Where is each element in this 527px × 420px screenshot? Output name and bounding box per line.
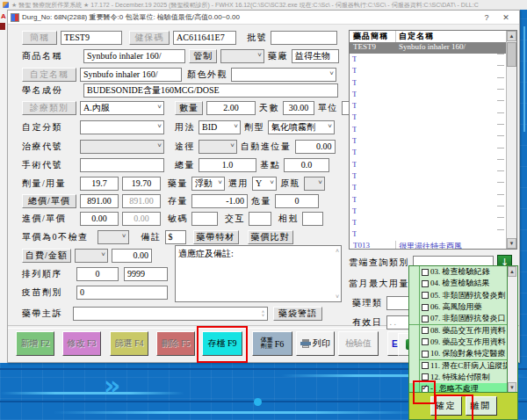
stock-input[interactable]: -1.00: [191, 194, 248, 208]
remark-input[interactable]: $: [165, 230, 186, 244]
filter-button[interactable]: 篩選 F4: [110, 331, 148, 356]
dose-form-select[interactable]: 氣化噴霧劑: [268, 120, 335, 134]
quantity-input[interactable]: 2.00: [206, 101, 256, 115]
appearance-label: 顏色外觀: [187, 69, 227, 81]
original-bottle-select[interactable]: [304, 177, 325, 191]
sort-order-input-2[interactable]: 9999: [124, 267, 168, 281]
checkbox-icon[interactable]: [422, 338, 429, 345]
controlled-select[interactable]: [220, 49, 264, 63]
manufacturer-input[interactable]: 益得生物: [292, 49, 339, 63]
visit-type-select[interactable]: A.內服: [80, 101, 164, 115]
popup-item[interactable]: 06. 高風險用藥: [409, 301, 507, 314]
close-icon[interactable]: ✕: [496, 13, 516, 22]
screen: » ★ 醫聖 醫療院所作業系統 ★ 17.172 - December.19 2…: [0, 0, 527, 420]
drug-list-scrollbar[interactable]: ▲ ▼: [506, 31, 516, 249]
header-custom-name: 自定名稱: [399, 31, 434, 42]
spinner-icon[interactable]: ˄˅: [262, 310, 264, 317]
delete-button[interactable]: 刪除 F5: [156, 331, 195, 356]
custom-name-input[interactable]: Synbufo inhaler 160/: [80, 68, 182, 82]
treatment-code-label: 治療代號: [22, 141, 76, 153]
usage-select[interactable]: BID: [199, 120, 241, 134]
popup-item[interactable]: 04. 檢查檢驗結果: [409, 278, 507, 290]
checkbox-icon[interactable]: [422, 327, 429, 334]
auto-carry-label: 自動進位量: [241, 141, 292, 153]
days-label: 天數: [259, 102, 279, 114]
surgery-code-input[interactable]: [80, 158, 164, 172]
sort-order-input-1[interactable]: 0: [76, 267, 119, 281]
popup-item[interactable]: 03. 檢查檢驗紀錄: [409, 266, 507, 279]
drug-list-selected-row[interactable]: TEST9 Synbufo inhaler 160/: [350, 42, 506, 54]
base-point-label: 基點: [260, 159, 280, 171]
popup-scroll-up-icon[interactable]: ▲: [508, 266, 516, 277]
bag-complaint-input[interactable]: ˄˅: [73, 307, 268, 321]
nhi-code-input[interactable]: AC611641E7: [173, 31, 236, 45]
help-button[interactable]: ?: [477, 13, 496, 22]
scroll-up-icon[interactable]: ▲: [507, 31, 516, 41]
drug-amount-label: 藥量: [168, 177, 188, 190]
apply-select[interactable]: Y: [252, 177, 277, 191]
incompatible-input[interactable]: [302, 212, 323, 226]
checkbox-icon[interactable]: [422, 280, 429, 287]
checkbox-icon[interactable]: [422, 362, 429, 369]
checkbox-icon[interactable]: [422, 351, 429, 358]
indications-textarea[interactable]: 適應症及備註: ˄ ˅: [175, 245, 342, 302]
custom-class-select[interactable]: [80, 120, 164, 134]
controlled-label[interactable]: 管制: [189, 49, 217, 63]
scroll-thumb[interactable]: [507, 42, 516, 67]
self-pay-select[interactable]: [75, 249, 108, 263]
custom-class-label: 自定分類: [22, 121, 76, 134]
textarea-scroll-up-icon[interactable]: ˄: [336, 248, 339, 254]
total-price-input-1[interactable]: 891.00: [80, 194, 119, 208]
product-name-input[interactable]: Synbufo inhaler 160/: [83, 49, 185, 63]
total-amount-input[interactable]: 1.0: [199, 158, 256, 172]
bag-material-button[interactable]: 藥帶特材: [193, 230, 239, 244]
checkbox-icon[interactable]: [422, 304, 429, 311]
checkbox-icon[interactable]: [422, 292, 429, 299]
textarea-scroll-down-icon[interactable]: ˅: [336, 293, 339, 300]
popup-scrollbar[interactable]: ▲ ▼: [507, 266, 517, 393]
zero-price-check-select[interactable]: [97, 230, 129, 244]
weight-dose-button[interactable]: 体重 劑量 F6: [252, 331, 292, 356]
checkbox-icon[interactable]: [422, 269, 429, 276]
route-select[interactable]: [199, 140, 237, 154]
scroll-down-icon[interactable]: ▼: [507, 238, 516, 249]
auto-carry-input[interactable]: 0.00: [295, 140, 336, 154]
white-overlay: [357, 54, 501, 241]
treatment-code-select[interactable]: [80, 140, 164, 154]
generic-input[interactable]: BUDESONIDE含量160MCG/DOSE: [83, 83, 338, 98]
base-point-input[interactable]: 0.0: [284, 158, 329, 172]
danger-qty-input[interactable]: 0: [275, 194, 319, 208]
abbrev-input[interactable]: TEST9: [61, 31, 122, 45]
vaccine-type-input[interactable]: 0: [76, 286, 168, 300]
drug-list-last-row[interactable]: T013 很里湯往特圭酉風: [350, 241, 506, 250]
appearance-select[interactable]: [231, 68, 336, 82]
modify-button[interactable]: 修改 F3: [62, 331, 101, 356]
price-compare-button[interactable]: 藥價比對: [248, 230, 293, 244]
bag-warning-button[interactable]: 藥袋警語: [273, 307, 322, 321]
popup-item[interactable]: 09. 藥品交互作用資料: [409, 337, 507, 349]
popup-item[interactable]: 07. 非類固醇抗發炎口: [409, 313, 507, 325]
print-button[interactable]: 列印: [296, 331, 335, 356]
dose-form-label: 劑型: [244, 121, 264, 134]
popup-item[interactable]: 08. 藥品交互作用資料: [409, 325, 507, 337]
add-button[interactable]: 新增 F2: [16, 331, 54, 356]
days-input[interactable]: 30.00: [283, 101, 314, 115]
wallpaper-chevron: »: [104, 373, 120, 399]
purchase-price-input-1[interactable]: 0.00: [80, 212, 119, 226]
dose-input-1[interactable]: 19.7: [80, 177, 119, 191]
interaction-input[interactable]: [249, 212, 271, 226]
drug-amount-select[interactable]: 浮動: [191, 177, 225, 191]
popup-item[interactable]: 11. 潛在C肝病人追蹤提: [409, 359, 507, 372]
allergy-code-input[interactable]: [191, 212, 218, 226]
indications-text: 適應症及備註:: [178, 249, 234, 258]
self-pay-input[interactable]: 0.00: [112, 249, 152, 263]
batch-no-input[interactable]: [271, 31, 337, 45]
popup-item[interactable]: 10. 保險對象特定醫療: [409, 348, 507, 360]
dialog-titlebar[interactable]: Durg_No: 68N(2288) 重要醫令:0 包裝單位: 檢驗值最低/高值…: [8, 11, 519, 25]
lab-value-button[interactable]: 檢驗值: [338, 331, 379, 356]
wallpaper-glow: [53, 411, 422, 414]
self-pay-label: 自費/金額: [22, 249, 71, 263]
dose-input-2[interactable]: 19.70: [122, 177, 161, 191]
popup-item[interactable]: 05. 非類固醇抗發炎劑: [409, 290, 507, 302]
checkbox-icon[interactable]: [422, 315, 429, 322]
